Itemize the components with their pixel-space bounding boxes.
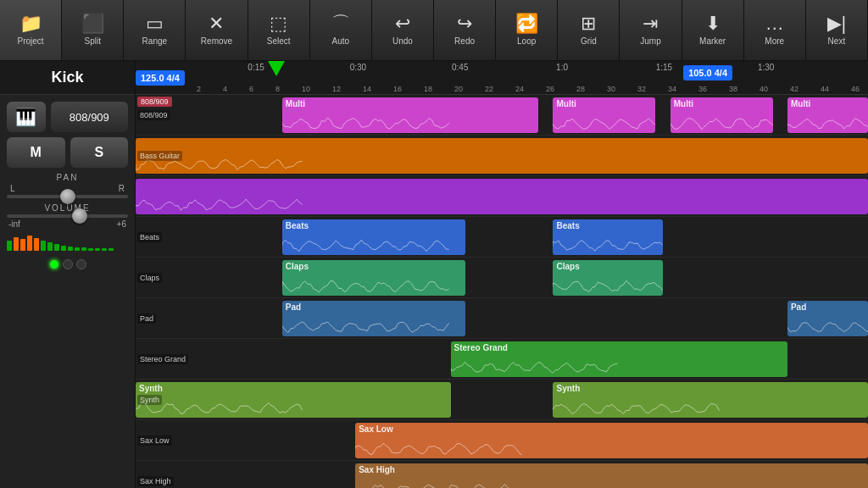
toolbar-btn-auto[interactable]: ⌒Auto [310,0,372,60]
level-meters [7,234,128,251]
toolbar-btn-redo[interactable]: ↪Redo [434,0,496,60]
waveform-2-0 [136,197,868,213]
mute-button[interactable]: M [7,137,65,168]
toolbar-btn-jump[interactable]: ⇥Jump [620,0,682,60]
clip-label-9-0: Sax High [359,465,395,474]
waveform-8-0 [355,441,868,457]
clip-label-4-0: Claps [286,262,309,271]
clip-3-1[interactable]: Beats [553,219,663,255]
bar-34: 34 [668,85,676,93]
playhead [268,61,285,76]
clip-label-5-1: Pad [791,302,806,312]
meter-bar-0 [7,241,12,251]
instrument-name: 808/909 [51,102,128,132]
waveform-4-0 [282,279,465,294]
waveform-0-1 [553,116,655,131]
bar-28: 28 [576,85,585,93]
bar-24: 24 [515,85,524,93]
bar-30: 30 [607,85,615,93]
toolbar-btn-more[interactable]: …More [744,0,806,60]
toolbar-btn-grid[interactable]: ⊞Grid [558,0,620,60]
loop-icon: 🔁 [515,14,538,33]
track-row-3[interactable]: BeatsBeatsBeats [136,217,868,258]
marker-label: Marker [699,36,726,46]
bar-32: 32 [637,85,646,93]
clip-5-1[interactable]: Pad [787,301,868,336]
led-row [7,259,128,269]
meter-bar-5 [41,241,46,251]
clip-0-2[interactable]: Multi [670,97,773,133]
clip-4-0[interactable]: Claps [282,260,465,296]
project-label: Project [18,36,44,46]
track-row-5[interactable]: PadPadPad [136,298,868,339]
bar-8: 8 [275,85,280,93]
volume-slider[interactable] [7,214,128,218]
clip-label-0-2: Multi [674,99,693,108]
timeline-ruler[interactable]: 125.0 4/4 0:150:300:451:01:151:30105.0 4… [136,61,868,95]
track-row-1[interactable]: Bass Guitar [136,136,868,176]
meter-bar-13 [95,248,100,251]
toolbar-btn-undo[interactable]: ↩Undo [372,0,434,60]
clip-label-5-0: Pad [286,302,301,312]
clip-8-0[interactable]: Sax Low [355,423,868,458]
clip-0-1[interactable]: Multi [553,97,655,133]
ruler-time-5: 1:30 [758,63,774,72]
waveform-7-0 [136,401,451,416]
waveform-7-1 [553,401,868,416]
pan-thumb[interactable] [60,189,75,204]
toolbar-btn-next[interactable]: ▶|Next [806,0,868,60]
track-row-7[interactable]: SynthSynthSynth [136,380,868,420]
clip-7-1[interactable]: Synth [553,382,868,418]
drum-pad-button[interactable]: 🎹 [7,102,46,132]
clip-0-3[interactable]: Multi [787,97,868,133]
track-row-2[interactable] [136,176,868,217]
ruler-time-4: 1:15 [656,63,672,72]
solo-button[interactable]: S [70,137,129,168]
toolbar-btn-loop[interactable]: 🔁Loop [496,0,558,60]
clip-3-0[interactable]: Beats [282,219,465,255]
track-row-9[interactable]: Sax HighSax High [136,461,868,488]
grid-label: Grid [581,36,597,46]
clip-label-0-0: Multi [286,99,305,108]
bar-6: 6 [249,85,253,93]
meter-bar-15 [108,248,114,251]
left-panel: Kick 🎹 808/909 M S PAN L R VOL [0,61,136,488]
clip-0-0[interactable]: Multi [282,97,538,133]
track-name-overlay-3: Beats [137,232,162,242]
volume-thumb[interactable] [72,208,87,224]
bar-2: 2 [197,85,201,93]
select-label: Select [267,36,291,46]
redo-icon: ↪ [457,14,472,33]
toolbar-btn-split[interactable]: ⬛Split [62,0,124,60]
toolbar-btn-remove[interactable]: ✕Remove [186,0,248,60]
track-row-8[interactable]: Sax LowSax Low [136,420,868,461]
ruler-time-0: 0:15 [248,63,264,72]
tracks-area[interactable]: 808/909MultiMultiMultiMultiBass GuitarBe… [136,95,868,488]
clip-2-0[interactable] [136,179,868,214]
track-row-4[interactable]: ClapsClapsClaps [136,258,868,298]
bar-44: 44 [821,85,829,93]
clip-label-7-0: Synth [139,384,163,393]
toolbar-btn-marker[interactable]: ⬇Marker [682,0,744,60]
tempo-box-1: 125.0 4/4 [136,70,185,86]
clip-5-0[interactable]: Pad [282,301,465,336]
clip-1-0[interactable] [136,138,868,174]
meter-bar-7 [54,244,59,251]
track-row-6[interactable]: Stereo GrandStereo Grand [136,339,868,380]
clip-label-6-0: Stereo Grand [454,343,508,352]
meter-bar-4 [34,238,39,251]
project-icon: 📁 [19,14,42,33]
toolbar-btn-project[interactable]: 📁Project [0,0,62,60]
clip-9-0[interactable]: Sax High [355,463,868,488]
clip-label-4-1: Claps [556,262,579,271]
bar-18: 18 [424,85,432,93]
pan-slider[interactable] [7,195,128,198]
clip-7-0[interactable]: Synth [136,382,451,418]
redo-label: Redo [454,36,475,46]
clip-4-1[interactable]: Claps [553,260,663,296]
tempo-box-2: 105.0 4/4 [683,65,732,80]
toolbar-btn-select[interactable]: ⬚Select [248,0,310,60]
toolbar-btn-range[interactable]: ▭Range [124,0,186,60]
track-row-0[interactable]: 808/909MultiMultiMultiMulti [136,95,868,136]
clip-6-0[interactable]: Stereo Grand [451,341,787,377]
